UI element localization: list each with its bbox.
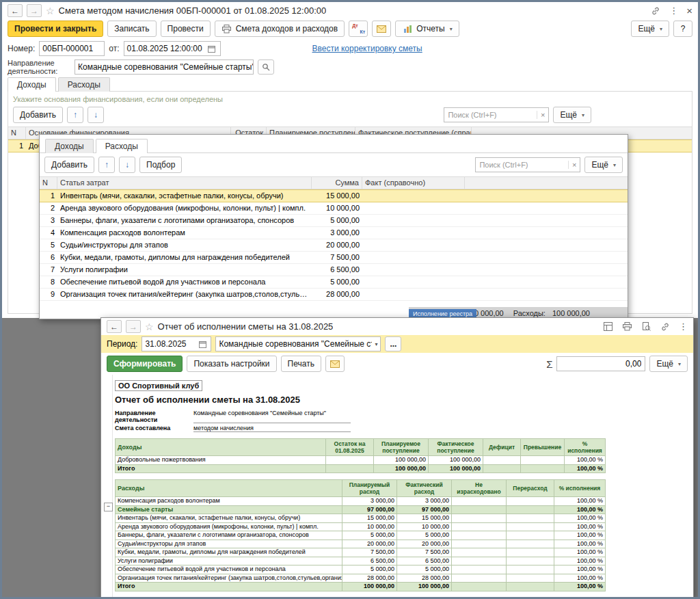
save-icon[interactable] [602, 321, 613, 332]
tab-expense[interactable]: Расходы [96, 139, 148, 153]
mail-button[interactable] [325, 356, 345, 372]
link-icon[interactable] [660, 321, 671, 332]
win3-titlebar-icons: ⋮ [602, 321, 688, 332]
report-row[interactable]: Компенсация расходов волонтерам 3 000,00… [116, 497, 606, 506]
report-total-row[interactable]: Итого 100 000,00 100 000,00 100,00 % [116, 465, 606, 474]
table-row[interactable]: 4Компенсация расходов волонтерам3 000,00 [40, 227, 628, 239]
table-row[interactable]: 6Кубки, медали, грамоты, дипломы для наг… [40, 252, 628, 264]
search-input[interactable] [476, 161, 568, 169]
favorite-star-icon[interactable]: ☆ [46, 6, 55, 16]
expense-total-label: Расходы: [513, 309, 546, 317]
table-row[interactable]: 7Услуги полиграфии6 500,00 [40, 264, 628, 276]
favorite-star-icon[interactable]: ☆ [145, 322, 154, 332]
back-icon[interactable]: ← [8, 4, 23, 17]
report-row[interactable]: Инвентарь (мячи, скакалки, эстафетные па… [116, 514, 606, 523]
generate-button[interactable]: Сформировать [107, 356, 183, 372]
forward-icon[interactable]: → [27, 4, 42, 17]
table-row[interactable]: 1Инвентарь (мячи, скакалки, эстафетные п… [40, 189, 628, 202]
move-up-icon[interactable]: ↑ [98, 157, 115, 173]
report-row[interactable]: Кубки, медали, грамоты, дипломы для нагр… [116, 548, 606, 557]
date-field[interactable]: 01.08.2025 12:00:00 [124, 41, 221, 56]
report-total-row[interactable]: Итого 100 000,00 100 000,00 100,00 % [116, 583, 606, 591]
win1-command-bar: Провести и закрыть Записать Провести Сме… [2, 19, 698, 40]
calendar-icon[interactable] [206, 43, 217, 54]
mail-button[interactable] [372, 21, 391, 37]
preview-icon[interactable] [641, 321, 651, 332]
search-box: × [444, 107, 549, 122]
table-row[interactable]: 3Баннеры, флаги, указатели с логотипами … [40, 215, 628, 227]
win2-tabs: Доходы Расходы [40, 135, 628, 153]
collapse-group-icon[interactable]: − [104, 503, 113, 511]
back-icon[interactable]: ← [107, 320, 122, 333]
report-row[interactable]: Добровольные пожертвования 100 000,00 10… [116, 456, 606, 465]
expenses-window: Доходы Расходы Добавить ↑ ↓ Подбор × Ещё… [39, 134, 628, 319]
link-icon[interactable] [650, 5, 661, 16]
col-cost-item[interactable]: Статья затрат [57, 177, 312, 189]
forward-icon[interactable]: → [126, 320, 141, 333]
list-more-button[interactable]: Ещё▾ [553, 107, 591, 123]
post-and-close-button[interactable]: Провести и закрыть [8, 21, 103, 37]
enter-correction-link[interactable]: Ввести корректировку сметы [312, 44, 422, 53]
report-header-row[interactable]: Расходы Планируемый расход Фактический р… [116, 480, 606, 497]
direction-open-button[interactable] [258, 59, 274, 75]
col-n[interactable]: N [8, 127, 26, 139]
magnifier-icon [260, 62, 271, 72]
win1-titlebar-icons: ⋮ × [650, 5, 692, 16]
report-header-row[interactable]: Доходы Остаток на 01.08.2025 Планируемое… [116, 439, 606, 456]
col-sum[interactable]: Сумма [312, 177, 362, 189]
win1-titlebar: ← → ☆ Смета методом начисления 00БП-0000… [2, 2, 698, 19]
reports-button[interactable]: Отчеты▾ [395, 21, 459, 37]
write-button[interactable]: Записать [107, 21, 156, 37]
choose-button[interactable]: ... [385, 336, 401, 351]
search-clear-icon[interactable]: × [568, 161, 580, 169]
report-row[interactable]: Баннеры, флаги, указатели с логотипами о… [116, 531, 606, 540]
list-more-button[interactable]: Ещё▾ [584, 157, 623, 173]
table-row[interactable]: 5Судьи/инструкторы для этапов20 000,00 [40, 239, 628, 252]
show-settings-button[interactable]: Показать настройки [187, 356, 276, 372]
tab-income[interactable]: Доходы [45, 139, 94, 153]
report-row[interactable]: Аренда звукового оборудования (микрофоны… [116, 523, 606, 532]
report-income-table: Доходы Остаток на 01.08.2025 Планируемое… [115, 438, 606, 473]
table-row[interactable]: 2Аренда звукового оборудования (микрофон… [40, 202, 628, 215]
autosum-field[interactable] [556, 356, 645, 371]
tab-income[interactable]: Доходы [8, 77, 56, 92]
table-row[interactable]: 9Организация точек питания/кейтеринг (за… [40, 289, 628, 301]
kebab-menu-icon[interactable]: ⋮ [679, 321, 688, 332]
report-row[interactable]: Судьи/инструкторы для этапов 20 000,00 2… [116, 540, 606, 549]
period-field[interactable]: 31.08.2025 [142, 336, 211, 351]
report-row[interactable]: Организация точек питания/кейтеринг (зак… [116, 574, 606, 583]
bar-chart-icon [402, 23, 413, 34]
dtkt-button[interactable]: ДтКт [349, 21, 368, 37]
add-button[interactable]: Добавить [13, 107, 63, 123]
tab-expense[interactable]: Расходы [58, 77, 110, 92]
table-row[interactable]: 8Обеспечение питьевой водой для участник… [40, 276, 628, 289]
post-button[interactable]: Провести [161, 21, 211, 37]
col-fact[interactable]: Факт (справочно) [362, 177, 465, 189]
move-up-icon[interactable]: ↑ [67, 107, 83, 123]
report-group-row[interactable]: Семейные старты 97 000,00 97 000,00 100,… [116, 506, 606, 515]
more-button[interactable]: Ещё▾ [649, 356, 688, 372]
more-button[interactable]: Ещё▾ [631, 21, 669, 37]
calendar-icon[interactable] [197, 338, 208, 349]
kebab-menu-icon[interactable]: ⋮ [669, 5, 678, 16]
col-n[interactable]: N [40, 177, 57, 189]
close-icon[interactable]: × [686, 5, 692, 16]
report-row[interactable]: Обеспечение питьевой водой для участнико… [116, 565, 606, 574]
organization-name[interactable]: ОО Спортивный клуб [115, 380, 202, 391]
number-field[interactable]: 00БП-000001 [39, 41, 105, 56]
dtkt-icon: ДтКт [351, 23, 365, 34]
help-button[interactable]: ? [673, 21, 692, 37]
win2-list-toolbar: Добавить ↑ ↓ Подбор × Ещё▾ [40, 153, 628, 176]
move-down-icon[interactable]: ↓ [88, 107, 104, 123]
search-clear-icon[interactable]: × [537, 111, 548, 119]
print-button[interactable]: Печать [281, 356, 321, 372]
print-icon[interactable] [621, 321, 632, 332]
search-input[interactable] [444, 111, 537, 119]
report-direction-combo[interactable]: Командные соревнования "Семейные старты"… [215, 336, 381, 351]
direction-combo[interactable]: Командные соревнования "Семейные старты"… [75, 59, 254, 75]
move-down-icon[interactable]: ↓ [119, 157, 135, 173]
add-button[interactable]: Добавить [44, 157, 94, 173]
pick-button[interactable]: Подбор [139, 157, 182, 173]
report-row[interactable]: Услуги полиграфии 6 500,00 6 500,00 100,… [116, 557, 606, 566]
estimate-report-button[interactable]: Смета доходов и расходов [215, 21, 345, 37]
